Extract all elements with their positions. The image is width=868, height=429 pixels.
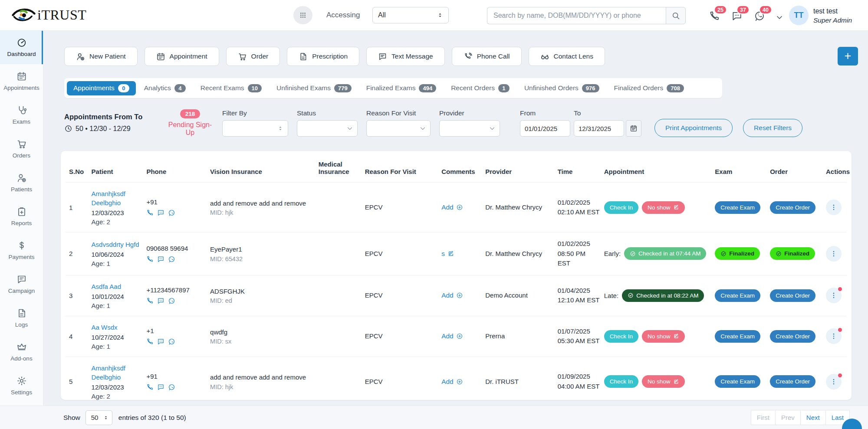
sidebar-item-appointments[interactable]: Appointments <box>0 64 43 98</box>
tab-appointments[interactable]: Appointments0 <box>67 81 136 95</box>
call-patient-icon[interactable] <box>146 383 154 391</box>
call-patient-icon[interactable] <box>146 338 154 345</box>
reason-for-visit-select[interactable] <box>366 120 431 137</box>
status-select[interactable] <box>297 120 358 137</box>
checked-in-badge[interactable]: Checked in at 08:22 AM <box>622 289 704 302</box>
tab-unfinished-orders[interactable]: Unfinished Orders976 <box>518 81 606 95</box>
create-order-button[interactable]: Create Order <box>770 201 815 214</box>
sidebar-item-dashboard[interactable]: Dashboard <box>0 30 43 64</box>
row-actions-menu-button[interactable] <box>826 246 842 262</box>
order-finalized-badge[interactable]: Finalized <box>770 247 815 260</box>
text-patient-icon[interactable] <box>157 297 164 305</box>
exam-finalized-badge[interactable]: Finalized <box>715 247 760 260</box>
create-order-button[interactable]: Create Order <box>770 289 815 302</box>
whatsapp-patient-icon[interactable] <box>168 297 175 305</box>
call-patient-icon[interactable] <box>146 255 154 263</box>
patient-name-link[interactable]: Asdfa Aad <box>92 282 142 291</box>
row-actions-menu-button[interactable] <box>826 288 842 303</box>
comment-link[interactable]: Add <box>441 332 481 340</box>
tab-recent-orders[interactable]: Recent Orders1 <box>444 81 516 95</box>
create-exam-button[interactable]: Create Exam <box>715 375 760 388</box>
create-exam-button[interactable]: Create Exam <box>715 289 760 302</box>
row-actions-menu-button[interactable] <box>826 328 842 344</box>
sidebar-item-reports[interactable]: Reports <box>0 200 43 233</box>
add-button[interactable]: + <box>838 47 858 65</box>
reset-filters-button[interactable]: Reset Filters <box>743 119 802 137</box>
whatsapp-patient-icon[interactable] <box>168 209 175 216</box>
text-patient-icon[interactable] <box>157 209 164 216</box>
no-show-button[interactable]: No show <box>642 201 685 214</box>
call-notifications-button[interactable]: 25 <box>709 10 720 23</box>
check-in-button[interactable]: Check In <box>604 330 638 343</box>
patient-name-link[interactable]: Aa Wsdx <box>92 323 142 332</box>
check-in-button[interactable]: Check In <box>604 201 638 214</box>
no-show-button[interactable]: No show <box>642 330 685 343</box>
whatsapp-patient-icon[interactable] <box>168 383 175 391</box>
comment-link[interactable]: Add <box>441 203 481 211</box>
sidebar-item-payments[interactable]: Payments <box>0 233 43 267</box>
tab-recent-exams[interactable]: Recent Exams10 <box>194 81 268 95</box>
checked-in-badge[interactable]: Checked in at 07:44 AM <box>624 247 706 260</box>
date-picker-button[interactable] <box>626 120 641 137</box>
chevron-down-icon[interactable] <box>775 13 784 22</box>
no-show-button[interactable]: No show <box>642 375 685 388</box>
sidebar-item-settings[interactable]: Settings <box>0 369 43 403</box>
patient-dob: 12/03/2023 <box>92 383 142 392</box>
call-patient-icon[interactable] <box>146 209 154 216</box>
message-notifications-button[interactable]: 37 <box>731 10 743 23</box>
patient-name-link[interactable]: Amanhjksdf Deelbghio <box>92 364 142 382</box>
appointment-button[interactable]: Appointment <box>145 47 219 66</box>
accessing-select[interactable]: All <box>372 7 449 23</box>
page-size-select[interactable]: 50 <box>85 410 112 425</box>
sidebar-item-logs[interactable]: Logs <box>0 301 43 335</box>
text-patient-icon[interactable] <box>157 383 164 391</box>
contact-lens-button[interactable]: Contact Lens <box>529 47 605 66</box>
order-button[interactable]: Order <box>226 47 280 66</box>
sidebar-item-add-ons[interactable]: Add-ons <box>0 335 43 369</box>
whatsapp-patient-icon[interactable] <box>168 338 175 345</box>
tab-analytics[interactable]: Analytics4 <box>138 81 192 95</box>
comment-link[interactable]: Add <box>441 378 481 386</box>
patient-name-link[interactable]: Amanhjksdf Deelbghio <box>92 189 142 207</box>
from-date-input[interactable] <box>520 120 570 137</box>
tab-unfinished-exams[interactable]: Unfinished Exams779 <box>270 81 358 95</box>
user-info[interactable]: test test Super Admin <box>813 7 852 25</box>
text-patient-icon[interactable] <box>157 338 164 345</box>
pending-signup-block[interactable]: 218 Pending Sign-Up <box>167 109 214 137</box>
row-actions-menu-button[interactable] <box>826 200 842 215</box>
check-in-button[interactable]: Check In <box>604 375 638 388</box>
prescription-button[interactable]: Prescription <box>287 47 359 66</box>
apps-grid-button[interactable] <box>293 6 312 24</box>
create-exam-button[interactable]: Create Exam <box>715 201 760 214</box>
phone-call-button[interactable]: Phone Call <box>452 47 522 66</box>
comment-link[interactable]: s <box>441 250 481 258</box>
search-input[interactable] <box>487 7 666 24</box>
user-avatar[interactable]: TT <box>789 6 809 25</box>
new-patient-button[interactable]: New Patient <box>64 47 138 66</box>
to-date-input[interactable] <box>574 120 624 137</box>
row-actions-menu-button[interactable] <box>826 374 842 390</box>
text-patient-icon[interactable] <box>157 255 164 263</box>
sidebar-item-patients[interactable]: Patients <box>0 166 43 200</box>
sidebar-item-exams[interactable]: Exams <box>0 98 43 132</box>
print-appointments-button[interactable]: Print Appointments <box>654 119 733 137</box>
tab-finalized-orders[interactable]: Finalized Orders708 <box>608 81 690 95</box>
whatsapp-patient-icon[interactable] <box>168 255 175 263</box>
itrust-logo[interactable]: iTRUST <box>11 6 86 24</box>
tab-finalized-exams[interactable]: Finalized Exams494 <box>360 81 443 95</box>
sidebar-item-campaign[interactable]: Campaign <box>0 267 43 301</box>
create-order-button[interactable]: Create Order <box>770 375 815 388</box>
create-exam-button[interactable]: Create Exam <box>715 330 760 343</box>
provider-select[interactable] <box>439 120 500 137</box>
patient-name-link[interactable]: Asdvsddrty Hgfd <box>92 240 142 249</box>
comment-link[interactable]: Add <box>441 291 481 299</box>
text-message-button[interactable]: Text Message <box>366 47 445 66</box>
call-patient-icon[interactable] <box>146 297 154 305</box>
filter-by-select[interactable] <box>222 120 288 137</box>
whatsapp-notifications-button[interactable]: 40 <box>754 10 765 23</box>
create-order-button[interactable]: Create Order <box>770 330 815 343</box>
search-button[interactable] <box>666 7 686 24</box>
sidebar-item-orders[interactable]: Orders <box>0 132 43 166</box>
page-next-link[interactable]: Next <box>800 410 825 425</box>
phone-number: +11234567897 <box>146 286 206 294</box>
